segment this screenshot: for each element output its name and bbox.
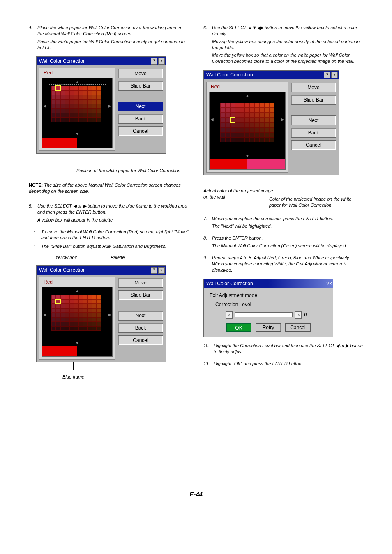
ok-button[interactable]: OK <box>226 323 251 332</box>
dialog-title: Wall Color Correction <box>206 280 326 287</box>
swatch-actual <box>42 346 77 356</box>
exit-mode-label: Exit Adjustment mode. <box>210 292 327 299</box>
fig3-caption-left: Actual color of the projected image on t… <box>203 188 277 200</box>
palette-grid-area[interactable]: ▲ ▼ ◀ ▶ <box>209 92 286 170</box>
color-palette-grid[interactable] <box>51 295 101 331</box>
move-button[interactable]: Move <box>291 83 336 92</box>
help-icon[interactable]: ? <box>151 267 157 274</box>
wall-color-dialog-1: Wall Color Correction ? × Red ▲ ▼ ◀ ▶ <box>36 56 166 153</box>
fig1-caption: Position of the white paper for Wall Col… <box>36 168 189 174</box>
slidebar-button[interactable]: Slide Bar <box>118 290 163 300</box>
next-button[interactable]: Next <box>118 311 163 321</box>
figure-2-container: Yellow box Palette Wall Color Correction… <box>36 254 189 380</box>
arrow-right-icon[interactable]: ▶ <box>108 103 111 109</box>
slider-left-icon[interactable]: ◁ <box>226 311 233 319</box>
arrow-left-icon[interactable]: ◀ <box>43 103 46 109</box>
arrow-up-icon[interactable]: ▲ <box>75 288 79 294</box>
arrow-down-icon[interactable]: ▼ <box>75 340 79 346</box>
step-num: 11. <box>203 361 212 367</box>
slidebar-button[interactable]: Slide Bar <box>291 95 336 105</box>
next-button[interactable]: Next <box>118 102 163 111</box>
palette-panel: Red ▲ ▼ ◀ ▶ <box>39 277 115 360</box>
bullet-1: To move the Manual Wall Color Correction… <box>34 229 189 241</box>
cancel-button[interactable]: Cancel <box>285 323 311 332</box>
slider-track[interactable] <box>235 312 293 317</box>
wall-color-dialog-3: Wall Color Correction ? × Red ▲ ▼ ◀ ▶ <box>203 70 339 175</box>
cancel-button[interactable]: Cancel <box>291 140 336 150</box>
arrow-down-icon[interactable]: ▼ <box>75 131 79 137</box>
step-num: 6. <box>203 25 211 31</box>
arrow-left-icon[interactable]: ◀ <box>43 312 46 318</box>
help-icon[interactable]: ? <box>324 72 330 78</box>
arrow-right-icon[interactable]: ▶ <box>281 117 284 122</box>
step-text: Repeat steps 4 to 8. Adjust Red, Green, … <box>212 255 350 272</box>
right-column: 6. Use the SELECT ▲▼◀▶ button to move th… <box>203 25 363 383</box>
step-text: Use the SELECT ▲▼◀▶ button to move the y… <box>212 25 357 36</box>
step-7: 7. When you complete the correction, pre… <box>203 216 363 230</box>
step-8: 8. Press the ENTER button. The Manual Wa… <box>203 235 363 249</box>
step-num: 10. <box>203 343 212 349</box>
help-icon[interactable]: ? <box>326 280 329 287</box>
step-text: Place the white paper for Wall Color Cor… <box>37 25 181 36</box>
step-text: When you complete the correction, press … <box>212 216 333 221</box>
note-text: NOTE: The size of the above Manual Wall … <box>29 182 189 194</box>
step-11: 11. Highlight "OK" and press the ENTER b… <box>203 361 363 367</box>
arrow-up-icon[interactable]: ▲ <box>245 93 249 99</box>
palette-grid-area[interactable]: ▲ ▼ ◀ ▶ <box>42 287 113 357</box>
step-sub: A yellow box will appear in the palette. <box>37 217 188 223</box>
arrow-up-icon[interactable]: ▲ <box>75 79 79 85</box>
button-column: Move Slide Bar Next Back Cancel <box>118 68 163 150</box>
cancel-button[interactable]: Cancel <box>118 126 163 136</box>
red-label: Red <box>44 69 113 76</box>
dialog-titlebar: Wall Color Correction ? × <box>204 279 333 288</box>
step-10: 10. Highlight the Correction Level bar a… <box>203 343 363 355</box>
close-icon[interactable]: × <box>329 280 332 287</box>
bullet-list: To move the Manual Wall Color Correction… <box>29 229 189 250</box>
step-num: 7. <box>203 216 211 222</box>
fig2-label-yellowbox: Yellow box <box>36 254 92 261</box>
back-button[interactable]: Back <box>291 128 336 138</box>
color-palette-grid[interactable] <box>51 86 101 122</box>
arrow-left-icon[interactable]: ◀ <box>210 117 214 122</box>
arrow-right-icon[interactable]: ▶ <box>108 312 111 318</box>
figure-4-container: Wall Color Correction ? × Exit Adjustmen… <box>203 279 363 337</box>
move-button[interactable]: Move <box>118 278 163 288</box>
cancel-button[interactable]: Cancel <box>118 335 163 345</box>
correction-level-slider[interactable]: ◁ ▷ 6 <box>226 311 327 319</box>
swatch-paper <box>247 159 285 169</box>
help-icon[interactable]: ? <box>151 58 157 65</box>
dialog-titlebar: Wall Color Correction ? × <box>37 266 166 275</box>
step-text: Press the ENTER button. <box>212 235 263 240</box>
palette-panel: Red ▲ ▼ ◀ ▶ <box>39 68 115 150</box>
move-button[interactable]: Move <box>118 69 163 78</box>
red-label: Red <box>44 279 113 285</box>
swatch-actual <box>42 138 77 148</box>
note-bold: NOTE: <box>29 182 43 187</box>
slidebar-button[interactable]: Slide Bar <box>118 81 163 91</box>
red-label: Red <box>211 83 286 90</box>
step-text: Use the SELECT ◀ or ▶ button to move the… <box>37 203 187 215</box>
figure-3-container: Wall Color Correction ? × Red ▲ ▼ ◀ ▶ <box>203 70 363 208</box>
palette-grid-area[interactable]: ▲ ▼ ◀ ▶ <box>42 78 113 148</box>
retry-button[interactable]: Retry <box>256 323 281 332</box>
color-palette-grid[interactable] <box>220 103 274 142</box>
close-icon[interactable]: × <box>158 58 165 65</box>
swatch-paper <box>77 346 112 356</box>
back-button[interactable]: Back <box>118 114 163 124</box>
step-sub: Moving the yellow box changes the color … <box>212 39 363 51</box>
dialog-title: Wall Color Correction <box>206 72 323 78</box>
slider-right-icon[interactable]: ▷ <box>295 311 302 319</box>
arrow-down-icon[interactable]: ▼ <box>245 153 249 159</box>
fig2-label-palette: Palette <box>92 254 144 261</box>
bullet-2: The "Slide Bar" button adjusts Hue, Satu… <box>34 243 189 249</box>
bottom-swatch-row <box>42 138 112 148</box>
fig3-caption-right: Color of the projected image on the whit… <box>269 196 360 208</box>
button-column: Move Slide Bar Next Back Cancel <box>291 82 336 173</box>
back-button[interactable]: Back <box>118 323 163 333</box>
swatch-paper <box>77 138 112 148</box>
next-button[interactable]: Next <box>291 115 336 125</box>
close-icon[interactable]: × <box>158 267 165 274</box>
step-4: 4. Place the white paper for Wall Color … <box>29 25 189 51</box>
note-body: The size of the above Manual Wall Color … <box>29 182 181 194</box>
close-icon[interactable]: × <box>331 72 338 78</box>
